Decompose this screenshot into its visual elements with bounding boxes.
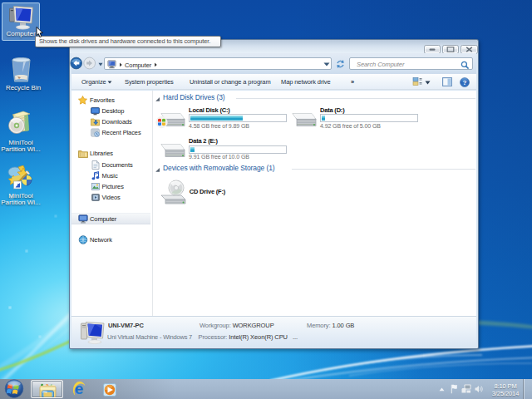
svg-text:?: ? (463, 78, 467, 86)
